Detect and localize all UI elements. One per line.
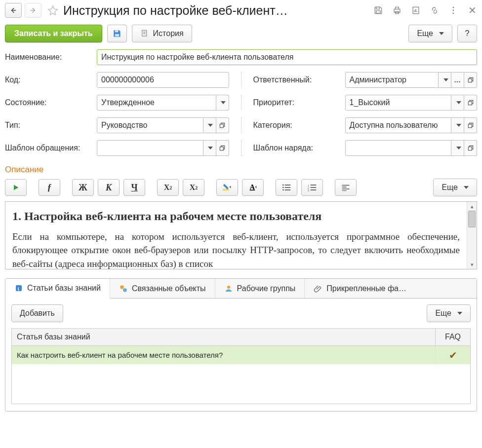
bold-button[interactable]: Ж: [72, 179, 94, 196]
bulleted-list-button[interactable]: [276, 179, 297, 196]
tab-linked-label: Связанные объекты: [132, 284, 206, 293]
responsible-dropdown-button[interactable]: [439, 72, 451, 88]
history-button[interactable]: История: [132, 25, 192, 42]
category-dropdown-button[interactable]: [451, 117, 464, 133]
responsible-input[interactable]: Администратор: [345, 72, 439, 88]
scroll-down-icon[interactable]: ▾: [467, 260, 477, 269]
paperclip-icon: [314, 284, 322, 293]
content-body: Если на компьютере, на котором используе…: [12, 230, 460, 269]
numbered-list-button[interactable]: 123: [301, 179, 323, 196]
table-row[interactable]: Как настроить веб-клиент на рабочем мест…: [12, 346, 470, 364]
responsible-open-button[interactable]: [464, 72, 477, 88]
code-label: Код:: [5, 75, 97, 84]
priority-input[interactable]: 1_Высокий: [345, 95, 452, 111]
priority-open-button[interactable]: [464, 95, 477, 111]
request-template-input[interactable]: [97, 140, 203, 156]
sub-more-button[interactable]: Еще: [427, 304, 471, 322]
underline-button[interactable]: Ч: [123, 179, 145, 196]
more-menu-icon[interactable]: [448, 5, 458, 15]
request-template-open-button[interactable]: [216, 140, 229, 156]
forward-button[interactable]: [25, 3, 41, 18]
workorder-template-input[interactable]: [345, 140, 452, 156]
description-section-title: Описание: [0, 163, 482, 179]
svg-rect-25: [285, 189, 291, 190]
svg-text:A: A: [250, 183, 255, 191]
favorite-icon[interactable]: [47, 5, 58, 16]
svg-rect-31: [311, 189, 317, 190]
editor-scrollbar[interactable]: ▴ ▾: [467, 202, 477, 269]
tab-linked-objects[interactable]: Связанные объекты: [110, 279, 215, 298]
code-input[interactable]: 000000000006: [97, 72, 229, 88]
request-template-dropdown-button[interactable]: [203, 140, 216, 156]
type-input[interactable]: Руководство: [97, 117, 203, 133]
priority-label: Приоритет:: [253, 98, 345, 107]
tab-workgroups-label: Рабочие группы: [237, 284, 296, 293]
svg-rect-15: [468, 124, 472, 128]
tab-attachments[interactable]: Прикрепленные фа…: [305, 279, 477, 298]
svg-rect-33: [342, 187, 347, 188]
superscript-button[interactable]: X2: [157, 179, 179, 196]
italic-button[interactable]: К: [98, 179, 120, 196]
editor-toolbar: ƒ Ж К Ч X2 X2 A 123 Еще: [0, 179, 482, 201]
save-and-close-button[interactable]: Записать и закрыть: [5, 25, 102, 42]
play-icon[interactable]: [5, 179, 27, 196]
highlight-button[interactable]: [216, 179, 238, 196]
category-open-button[interactable]: [464, 117, 477, 133]
link-icon[interactable]: [430, 5, 440, 15]
type-dropdown-button[interactable]: [203, 117, 216, 133]
state-input[interactable]: Утвержденное: [97, 95, 216, 111]
editor-more-button[interactable]: Еще: [433, 179, 477, 196]
priority-dropdown-button[interactable]: [451, 95, 464, 111]
category-input[interactable]: Доступна пользователю: [345, 117, 452, 133]
name-input[interactable]: Инструкция по настройке веб-клиента поль…: [97, 49, 477, 65]
tab-knowledge-base[interactable]: i Статьи базы знаний: [5, 279, 110, 299]
scroll-thumb[interactable]: [468, 211, 476, 227]
subscript-button[interactable]: X2: [183, 179, 204, 196]
svg-point-40: [227, 286, 230, 289]
content-heading: 1. Настройка веб-клиента на рабочем мест…: [12, 208, 460, 225]
col-faq-header[interactable]: FAQ: [436, 329, 470, 345]
more-button-label: Еще: [417, 29, 433, 38]
scroll-up-icon[interactable]: ▴: [467, 202, 477, 211]
workorder-template-open-button[interactable]: [464, 140, 477, 156]
svg-rect-13: [468, 102, 472, 105]
responsible-select-button[interactable]: …: [451, 72, 464, 88]
svg-rect-0: [376, 7, 380, 9]
state-dropdown-button[interactable]: [216, 95, 229, 111]
lower-tabs: i Статьи базы знаний Связанные объекты Р…: [5, 278, 477, 411]
svg-rect-18: [223, 189, 229, 191]
print-icon[interactable]: [392, 5, 402, 15]
workorder-template-dropdown-button[interactable]: [451, 140, 464, 156]
help-button[interactable]: ?: [457, 25, 477, 42]
type-open-button[interactable]: [216, 117, 229, 133]
table-empty-area[interactable]: [12, 364, 470, 404]
close-icon[interactable]: ✕: [467, 5, 477, 15]
function-icon[interactable]: ƒ: [39, 179, 60, 196]
font-color-button[interactable]: A: [242, 179, 264, 196]
add-button[interactable]: Добавить: [11, 304, 63, 322]
more-button[interactable]: Еще: [408, 25, 452, 42]
save-button[interactable]: [107, 25, 127, 42]
richtext-editor[interactable]: 1. Настройка веб-клиента на рабочем мест…: [5, 202, 467, 269]
sub-more-label: Еще: [435, 309, 451, 318]
col-article-header[interactable]: Статья базы знаний: [12, 329, 436, 345]
category-label: Категория:: [253, 121, 345, 130]
svg-rect-3: [396, 7, 399, 9]
editor-more-label: Еще: [442, 183, 458, 192]
title-bar: Инструкция по настройке веб-клиент… ✕: [0, 0, 482, 23]
svg-point-7: [453, 10, 454, 11]
align-left-button[interactable]: [335, 179, 357, 196]
svg-point-39: [123, 288, 127, 292]
save-icon[interactable]: [373, 5, 383, 15]
svg-rect-29: [311, 187, 317, 188]
responsible-label: Ответственный:: [253, 75, 345, 84]
back-button[interactable]: [5, 3, 22, 18]
tab-workgroups[interactable]: Рабочие группы: [215, 279, 305, 298]
kb-table: Статья базы знаний FAQ Как настроить веб…: [11, 328, 471, 404]
report-icon[interactable]: [411, 5, 421, 15]
name-label: Наименование:: [5, 53, 97, 62]
svg-rect-14: [220, 124, 223, 128]
svg-rect-2: [394, 9, 400, 13]
svg-rect-35: [342, 190, 347, 191]
cell-article: Как настроить веб-клиент на рабочем мест…: [12, 346, 436, 364]
